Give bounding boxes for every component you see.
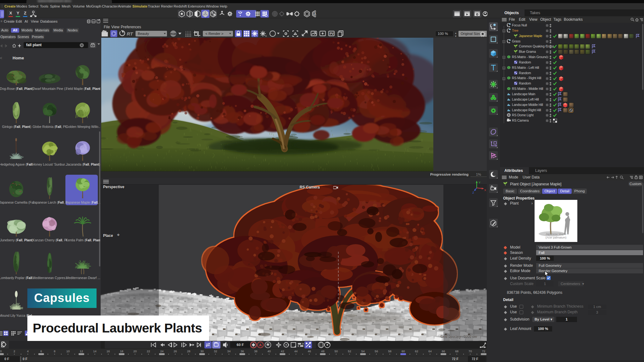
svg-text:68: 68 [455, 349, 459, 353]
svg-text:54: 54 [361, 349, 365, 353]
svg-text:Japanese Maple: Japanese Maple [546, 233, 566, 236]
svg-text:70: 70 [469, 349, 472, 353]
svg-text:40: 40 [268, 349, 271, 353]
svg-text:62: 62 [415, 349, 419, 353]
svg-text:A: A [259, 343, 262, 347]
svg-text:42: 42 [281, 349, 284, 353]
svg-text:26: 26 [174, 349, 177, 353]
svg-text:34: 34 [227, 349, 231, 353]
svg-text:12: 12 [80, 349, 83, 353]
svg-text:50: 50 [335, 349, 338, 353]
svg-text:2: 2 [14, 349, 15, 353]
svg-text:22: 22 [147, 349, 150, 353]
svg-text:G: G [265, 35, 267, 37]
svg-text:52: 52 [348, 349, 351, 353]
svg-text:4: 4 [27, 349, 29, 353]
svg-text:18: 18 [120, 349, 124, 353]
svg-text:6: 6 [40, 349, 42, 353]
svg-text:60: 60 [402, 349, 405, 353]
svg-text:58: 58 [388, 349, 391, 353]
svg-text:16: 16 [107, 349, 110, 353]
svg-text:30: 30 [200, 349, 204, 353]
svg-text:56: 56 [375, 349, 378, 353]
svg-text:14: 14 [93, 349, 97, 353]
svg-text:32: 32 [214, 349, 217, 353]
svg-text:72: 72 [482, 349, 486, 353]
svg-text:20: 20 [133, 349, 137, 353]
svg-text:36: 36 [241, 349, 244, 353]
svg-text:64: 64 [428, 349, 432, 353]
svg-text:60 F: 60 F [236, 343, 244, 347]
svg-text:(Acer palmatum): (Acer palmatum) [546, 236, 567, 239]
svg-text:46: 46 [308, 349, 311, 353]
svg-text:24: 24 [160, 349, 164, 353]
svg-text:Beauty: Beauty [138, 32, 149, 36]
svg-text:66: 66 [442, 349, 445, 353]
svg-text:0: 0 [0, 349, 2, 353]
svg-text:Z: Z [472, 191, 474, 194]
svg-text:38: 38 [254, 349, 258, 353]
svg-text:10: 10 [66, 349, 70, 353]
svg-text:PV: PV [330, 32, 334, 36]
svg-text:44: 44 [294, 349, 298, 353]
svg-text:RGB: RGB [170, 32, 176, 36]
svg-text:Y: Y [479, 181, 480, 184]
svg-text:8: 8 [54, 349, 55, 353]
svg-text:< Render >: < Render > [205, 32, 224, 36]
svg-text:28: 28 [187, 349, 191, 353]
svg-text:A: A [314, 12, 316, 16]
svg-text:RT: RT [127, 31, 134, 36]
svg-text:X: X [484, 189, 486, 192]
svg-text:48: 48 [321, 349, 325, 353]
